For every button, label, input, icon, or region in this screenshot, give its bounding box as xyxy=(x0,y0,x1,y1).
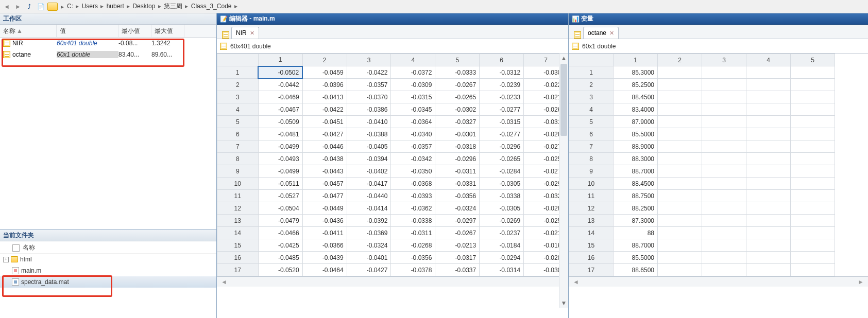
cell[interactable]: -0.0302 xyxy=(435,103,480,116)
back-button[interactable]: ◄ xyxy=(2,2,11,11)
workspace-row[interactable]: octane 60x1 double 83.40... 89.60... xyxy=(0,49,216,60)
col-header[interactable]: 5 xyxy=(435,54,480,66)
row-header[interactable]: 8 xyxy=(217,153,259,165)
cell[interactable] xyxy=(702,215,746,227)
cell[interactable] xyxy=(702,239,746,252)
row-header[interactable]: 4 xyxy=(569,103,614,116)
cell[interactable]: -0.0337 xyxy=(435,264,480,276)
cell[interactable] xyxy=(658,66,702,79)
cell[interactable]: -0.0451 xyxy=(302,116,347,128)
cell[interactable]: -0.0502 xyxy=(258,66,302,79)
cell[interactable]: -0.0443 xyxy=(302,165,347,178)
cell[interactable]: 88.6500 xyxy=(614,264,658,276)
cell[interactable] xyxy=(702,66,746,79)
col-min[interactable]: 最小值 xyxy=(118,25,151,37)
cell[interactable] xyxy=(702,202,746,215)
cell[interactable] xyxy=(746,202,791,215)
cell[interactable] xyxy=(658,140,702,153)
scroll-down-icon[interactable]: ▼ xyxy=(559,298,568,308)
cell[interactable] xyxy=(658,153,702,165)
cell[interactable]: -0.0269 xyxy=(480,215,524,227)
cell[interactable]: -0.0296 xyxy=(480,140,524,153)
cell[interactable]: -0.0469 xyxy=(258,91,302,103)
cell[interactable]: -0.0372 xyxy=(391,66,435,79)
cell[interactable] xyxy=(658,252,702,264)
cell[interactable]: -0.0277 xyxy=(480,103,524,116)
cell[interactable]: -0.0356 xyxy=(435,190,480,202)
scroll-right-icon[interactable]: ► xyxy=(858,278,864,286)
row-header[interactable]: 12 xyxy=(569,202,614,215)
cell[interactable] xyxy=(658,264,702,276)
cell[interactable] xyxy=(702,252,746,264)
col-header[interactable]: 2 xyxy=(658,54,702,66)
cell[interactable]: -0.0466 xyxy=(258,227,302,239)
cell[interactable]: -0.0331 xyxy=(435,178,480,190)
cell[interactable] xyxy=(702,153,746,165)
cell[interactable]: -0.0369 xyxy=(347,227,391,239)
cell[interactable] xyxy=(791,153,835,165)
cell[interactable]: -0.0305 xyxy=(480,202,524,215)
scroll-thumb[interactable] xyxy=(560,64,567,136)
cell[interactable] xyxy=(658,128,702,140)
cell[interactable]: -0.0457 xyxy=(302,178,347,190)
cell[interactable]: -0.0449 xyxy=(302,202,347,215)
cell[interactable]: -0.0422 xyxy=(347,66,391,79)
cell[interactable] xyxy=(791,140,835,153)
cell[interactable]: -0.0312 xyxy=(480,66,524,79)
cell[interactable]: -0.0233 xyxy=(480,91,524,103)
cell[interactable]: -0.0268 xyxy=(391,239,435,252)
expand-icon[interactable]: + xyxy=(3,257,9,262)
row-header[interactable]: 6 xyxy=(569,128,614,140)
cell[interactable]: -0.0427 xyxy=(347,264,391,276)
breadcrumb[interactable]: C: ▸ Users ▸ hubert ▸ Desktop ▸ 第三周 ▸ Cl… xyxy=(67,2,239,11)
cell[interactable]: -0.0370 xyxy=(347,91,391,103)
cell[interactable] xyxy=(702,79,746,91)
cell[interactable]: -0.0294 xyxy=(480,252,524,264)
row-header[interactable]: 16 xyxy=(569,252,614,264)
cell[interactable] xyxy=(658,79,702,91)
cell[interactable] xyxy=(658,227,702,239)
cell[interactable]: -0.0459 xyxy=(302,66,347,79)
scroll-left-icon[interactable]: ◄ xyxy=(221,278,227,286)
cell[interactable] xyxy=(658,103,702,116)
row-header[interactable]: 14 xyxy=(217,227,259,239)
cell[interactable] xyxy=(746,91,791,103)
row-header[interactable]: 15 xyxy=(217,239,259,252)
cell[interactable]: -0.0284 xyxy=(480,165,524,178)
cell[interactable]: -0.0401 xyxy=(347,252,391,264)
col-max[interactable]: 最大值 xyxy=(151,25,184,37)
cell[interactable]: -0.0314 xyxy=(480,264,524,276)
cell[interactable] xyxy=(658,190,702,202)
cell[interactable]: -0.0267 xyxy=(435,79,480,91)
row-header[interactable]: 10 xyxy=(217,178,259,190)
cell[interactable] xyxy=(746,190,791,202)
row-header[interactable]: 5 xyxy=(569,116,614,128)
cell[interactable]: -0.0350 xyxy=(391,165,435,178)
breadcrumb-item[interactable]: Users xyxy=(82,3,98,10)
cell[interactable] xyxy=(746,66,791,79)
cell[interactable]: -0.0305 xyxy=(480,178,524,190)
cell[interactable]: -0.0438 xyxy=(302,153,347,165)
cell[interactable]: -0.0315 xyxy=(480,116,524,128)
cell[interactable]: 88 xyxy=(614,227,658,239)
cell[interactable] xyxy=(791,128,835,140)
col-header[interactable]: 6 xyxy=(480,54,524,66)
row-header[interactable]: 17 xyxy=(569,264,614,276)
cell[interactable] xyxy=(658,202,702,215)
row-header[interactable]: 16 xyxy=(217,252,259,264)
row-header[interactable]: 5 xyxy=(217,116,259,128)
cell[interactable]: -0.0467 xyxy=(258,103,302,116)
cell[interactable]: -0.0184 xyxy=(480,239,524,252)
cell[interactable]: -0.0368 xyxy=(391,178,435,190)
col-filename[interactable]: 名称 xyxy=(23,243,35,252)
cell[interactable]: 88.7000 xyxy=(614,165,658,178)
cell[interactable]: -0.0417 xyxy=(347,178,391,190)
cell[interactable]: 88.2500 xyxy=(614,202,658,215)
cell[interactable]: -0.0446 xyxy=(302,140,347,153)
up-button[interactable]: ⤴ xyxy=(25,2,34,11)
cell[interactable]: -0.0477 xyxy=(302,190,347,202)
row-header[interactable]: 1 xyxy=(569,66,614,79)
cell[interactable] xyxy=(791,178,835,190)
cell[interactable]: -0.0338 xyxy=(480,190,524,202)
cell[interactable]: -0.0479 xyxy=(258,215,302,227)
